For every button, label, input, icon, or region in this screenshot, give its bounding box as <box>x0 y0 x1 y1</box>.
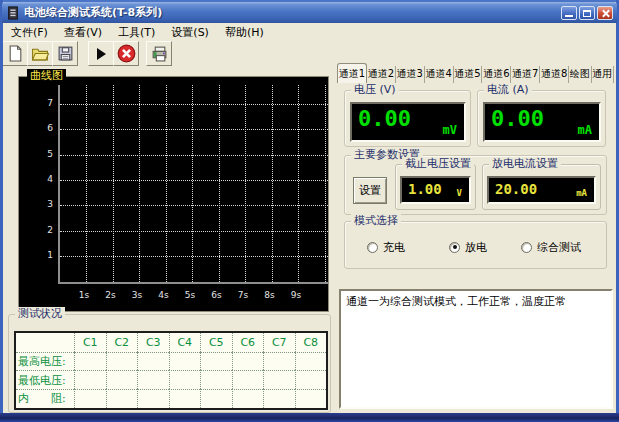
tab-9[interactable]: 绘图 <box>569 66 592 83</box>
tab-8[interactable]: 通道8 <box>540 66 569 83</box>
open-file-button[interactable] <box>27 41 53 66</box>
close-button[interactable] <box>597 6 613 20</box>
radio-icon[interactable] <box>367 242 378 253</box>
start-button[interactable] <box>88 41 114 66</box>
stop-icon <box>117 44 136 63</box>
menu-item-1[interactable]: 文件(F) <box>3 25 56 40</box>
current-unit: mA <box>578 123 592 137</box>
window-border-left <box>0 0 3 422</box>
table-cell <box>137 389 169 408</box>
x-tick-label: 1s <box>71 290 97 300</box>
save-button[interactable] <box>52 41 78 66</box>
window-border-bottom <box>0 413 619 422</box>
x-tick-label: 3s <box>124 290 150 300</box>
tab-5[interactable]: 通道5 <box>454 66 483 83</box>
table-cell <box>263 352 295 371</box>
discharge-current-group: 放电电流设置 20.00 mA <box>482 164 601 210</box>
mode-group: 模式选择 充电放电综合测试 <box>344 221 607 269</box>
table-cell <box>200 370 232 389</box>
gridline-vertical <box>86 85 87 282</box>
row-label: 内 阻: <box>16 389 74 408</box>
table-cell <box>232 389 264 408</box>
mode-option-3[interactable]: 综合测试 <box>521 239 581 255</box>
current-value: 0.00 <box>491 106 544 131</box>
mode-group-label: 模式选择 <box>351 214 401 228</box>
menu-bar: 文件(F)查看(V)工具(T)设置(S)帮助(H) <box>3 24 616 40</box>
gridline-vertical <box>245 85 246 282</box>
plot-area <box>58 85 328 284</box>
column-header: C6 <box>232 333 264 352</box>
voltage-group: 电压 (V) 0.00 mV <box>344 90 471 147</box>
table-cell <box>106 389 138 408</box>
print-button[interactable] <box>146 41 172 66</box>
set-button[interactable]: 设置 <box>353 177 387 204</box>
status-message-box[interactable]: 通道一为综合测试模式，工作正常，温度正常 <box>339 289 613 409</box>
tab-6[interactable]: 通道6 <box>482 66 511 83</box>
tab-4[interactable]: 通道4 <box>425 66 454 83</box>
mode-option-label: 充电 <box>383 240 405 255</box>
tab-bar: 通道1通道2通道3通道4通道5通道6通道7通道8绘图通用 <box>337 63 614 83</box>
x-tick-label: 6s <box>204 290 230 300</box>
gridline-vertical <box>219 85 220 282</box>
gridline-vertical <box>113 85 114 282</box>
tab-2[interactable]: 通道2 <box>367 66 396 83</box>
column-header: C7 <box>263 333 295 352</box>
cutoff-voltage-group: 截止电压设置 1.00 V <box>395 164 476 210</box>
menu-item-3[interactable]: 工具(T) <box>110 25 163 40</box>
menu-item-5[interactable]: 帮助(H) <box>217 25 272 40</box>
discharge-current-value: 20.00 <box>495 181 537 197</box>
current-group: 电流 (A) 0.00 mA <box>477 90 606 147</box>
table-cell <box>200 389 232 408</box>
gridline-horizontal <box>60 256 328 257</box>
gridline-horizontal <box>60 231 328 232</box>
table-cell <box>232 352 264 371</box>
x-tick-label: 4s <box>151 290 177 300</box>
chart-title: 曲线图 <box>27 69 66 83</box>
table-cell <box>169 352 201 371</box>
minimize-button[interactable] <box>561 6 577 20</box>
table-cell <box>232 370 264 389</box>
current-display: 0.00 mA <box>483 102 601 142</box>
column-header: C3 <box>137 333 169 352</box>
mode-option-1[interactable]: 充电 <box>367 239 405 255</box>
title-bar[interactable]: 电池综合测试系统(T-8系列) <box>2 2 617 23</box>
radio-icon[interactable] <box>449 242 460 253</box>
table-cell <box>295 352 327 371</box>
menu-item-2[interactable]: 查看(V) <box>56 25 110 40</box>
voltage-unit: mV <box>443 123 457 137</box>
y-tick-label: 5 <box>27 149 53 159</box>
minimize-icon <box>565 15 573 17</box>
gridline-horizontal <box>60 129 328 130</box>
y-tick-label: 2 <box>27 225 53 235</box>
play-icon <box>93 46 109 62</box>
gridline-vertical <box>298 85 299 282</box>
discharge-current-unit: mA <box>576 188 587 198</box>
new-file-button[interactable] <box>2 41 28 66</box>
row-label: 最高电压: <box>16 352 74 371</box>
table-cell <box>295 389 327 408</box>
tab-10[interactable]: 通用 <box>592 66 615 83</box>
maximize-button[interactable] <box>579 6 595 20</box>
tab-7[interactable]: 通道7 <box>511 66 540 83</box>
radio-icon[interactable] <box>521 242 532 253</box>
mode-option-2[interactable]: 放电 <box>449 239 487 255</box>
cutoff-voltage-value: 1.00 <box>408 181 442 197</box>
y-tick-label: 1 <box>27 250 53 260</box>
save-icon <box>57 45 74 62</box>
gridline-vertical <box>272 85 273 282</box>
tab-1[interactable]: 通道1 <box>337 63 367 83</box>
table-cell <box>263 370 295 389</box>
menu-item-4[interactable]: 设置(S) <box>163 25 217 40</box>
tab-3[interactable]: 通道3 <box>396 66 425 83</box>
column-header: C1 <box>74 333 106 352</box>
table-cell <box>137 352 169 371</box>
mode-option-label: 综合测试 <box>537 240 581 255</box>
status-message-text: 通道一为综合测试模式，工作正常，温度正常 <box>346 295 566 308</box>
stop-button[interactable] <box>113 41 139 66</box>
y-tick-label: 6 <box>27 123 53 133</box>
gridline-vertical <box>166 85 167 282</box>
maximize-icon <box>583 10 591 17</box>
table-cell <box>200 352 232 371</box>
mode-option-label: 放电 <box>465 240 487 255</box>
printer-icon <box>150 45 169 62</box>
